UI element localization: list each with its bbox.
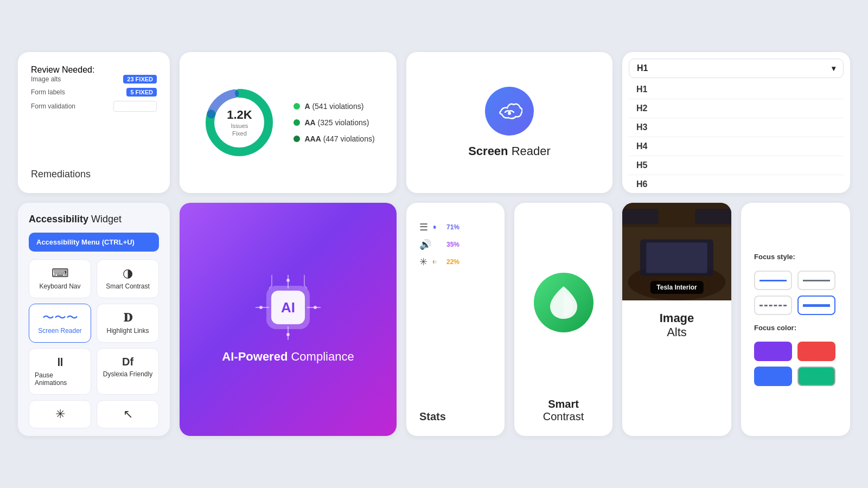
ai-outer-chip: AI <box>266 286 310 329</box>
dyslexia-icon: Df <box>122 356 133 367</box>
heading-h5[interactable]: H5 <box>629 156 844 175</box>
radial-icon: ✳ <box>55 408 65 420</box>
svg-rect-22 <box>622 209 659 224</box>
screen-reader-widget-icon: 〜〜〜 <box>42 312 78 324</box>
widget-title-bold: Accessibility <box>29 214 88 224</box>
remediation-item: Form validation <box>31 101 157 112</box>
heading-select[interactable]: H1 ▾ <box>629 59 844 78</box>
smart-contrast-label: Smart Contrast <box>527 398 599 423</box>
smart-contrast-circle <box>534 273 593 332</box>
violation-a: A (541 violations) <box>293 102 374 111</box>
focus-colors-row <box>754 342 837 386</box>
smart-contrast-label: Smart Contrast <box>106 282 150 290</box>
focus-style-solid[interactable] <box>754 271 792 290</box>
violation-aaa: AAA (447 violations) <box>293 134 374 143</box>
solid-line <box>760 280 787 281</box>
screen-reader-button[interactable]: 〜〜〜 Screen Reader <box>29 304 91 343</box>
issues-label: IssuesFixed <box>227 122 252 138</box>
accessibility-widget-card: Accessibility Widget Accessibility Menu … <box>18 203 170 436</box>
widget-extra-2[interactable]: ↖ <box>97 400 159 428</box>
svg-point-15 <box>314 306 317 309</box>
stat-pct-2: 35% <box>442 241 459 248</box>
widget-title-normal: Widget <box>91 214 122 224</box>
svg-rect-19 <box>646 242 707 273</box>
remediation-label-2: Form labels <box>31 88 65 96</box>
ai-label-bold: AI-Powered <box>222 350 288 363</box>
keyboard-nav-button[interactable]: ⌨ Keyboard Nav <box>29 259 91 298</box>
dot-a <box>293 103 300 110</box>
remediation-label-3: Form validation <box>31 102 75 110</box>
dyslexia-label: Dyslexia Friendly <box>103 370 152 378</box>
stat-pct-3: 22% <box>442 258 459 266</box>
image-tooltip: Tesla Interior <box>650 281 703 294</box>
violation-aaa-text: AAA (447 violations) <box>304 134 374 143</box>
remediation-item: Image alts 23 FIXED <box>31 75 157 84</box>
pause-animations-icon: ⏸ <box>54 356 66 368</box>
remediation-item: Form labels 5 FIXED <box>31 88 157 97</box>
accessibility-menu-bar[interactable]: Accessibility Menu (CTRL+U) <box>29 233 159 252</box>
svg-rect-23 <box>695 209 731 224</box>
menu-bar-label: Accessibility Menu (CTRL+U) <box>36 238 135 246</box>
focus-style-solid2[interactable] <box>797 271 835 290</box>
pause-animations-button[interactable]: ⏸ Pause Animations <box>29 348 91 395</box>
violations-list: A (541 violations) AA (325 violations) A… <box>293 102 374 143</box>
review-title: Review Needed: <box>31 65 94 75</box>
dyslexia-friendly-button[interactable]: Df Dyslexia Friendly <box>97 348 159 395</box>
smart-contrast-card: Smart Contrast <box>514 203 612 436</box>
stat-bar-wrap-1 <box>433 226 437 229</box>
focus-color-red[interactable] <box>797 342 835 361</box>
image-placeholder: Tesla Interior <box>622 203 731 300</box>
highlight-links-icon: 𝐃 <box>124 312 132 324</box>
heading-h3[interactable]: H3 <box>629 118 844 137</box>
stats-card: ☰ 71% 🔊 35% ✳ <box>406 203 505 436</box>
heading-h2[interactable]: H2 <box>629 99 844 118</box>
dot-aa <box>293 119 300 126</box>
image-focus-container: Tesla Interior Image Alts Focus style: <box>622 203 850 436</box>
widget-extra-1[interactable]: ✳ <box>29 400 91 428</box>
smart-contrast-bold: Smart <box>548 398 579 410</box>
stat-bar-wrap-3 <box>433 260 437 264</box>
dot-aaa <box>293 136 300 142</box>
svg-point-3 <box>508 112 511 115</box>
widget-title: Accessibility Widget <box>29 214 122 225</box>
heading-selected: H1 <box>637 63 648 73</box>
stat-icon-3: ✳ <box>419 256 427 268</box>
remediation-empty <box>113 101 157 112</box>
screen-reader-label: Screen Reader <box>468 144 551 158</box>
smart-contrast-icon: ◑ <box>123 267 133 279</box>
widget-grid: ⌨ Keyboard Nav ◑ Smart Contrast 〜〜〜 Scre… <box>29 259 159 428</box>
smart-contrast-button[interactable]: ◑ Smart Contrast <box>97 259 159 298</box>
focus-color-blue[interactable] <box>754 367 792 386</box>
cursor-icon: ↖ <box>123 408 133 420</box>
focus-color-green[interactable] <box>797 367 835 386</box>
image-alts-normal: Alts <box>667 325 687 339</box>
heading-h1[interactable]: H1 <box>629 80 844 99</box>
highlight-links-button[interactable]: 𝐃 Highlight Links <box>97 304 159 343</box>
image-alts-label: Image Alts <box>622 300 731 350</box>
focus-color-label: Focus color: <box>754 324 796 332</box>
remediations-title: Remediations <box>31 162 91 180</box>
stat-row-1: ☰ 71% <box>419 221 459 233</box>
thick-line <box>803 304 830 307</box>
heading-h6[interactable]: H6 <box>629 175 844 194</box>
image-alts-card: Tesla Interior Image Alts <box>622 203 731 436</box>
tooltip-text: Tesla Interior <box>656 284 697 291</box>
chevron-down-icon: ▾ <box>832 64 835 73</box>
donut-center: 1.2K IssuesFixed <box>227 108 252 138</box>
focus-color-purple[interactable] <box>754 342 792 361</box>
smart-contrast-normal: Contrast <box>543 410 584 422</box>
ai-compliance-card: AI AI-Powered Compliance <box>180 203 397 436</box>
solid2-line <box>803 280 830 281</box>
donut-chart: 1.2K IssuesFixed <box>201 85 277 160</box>
violation-aa: AA (325 violations) <box>293 118 374 127</box>
stat-row-3: ✳ 22% <box>419 256 459 268</box>
remediation-badge-1: 23 FIXED <box>123 75 157 84</box>
remediation-badge-2: 5 FIXED <box>126 88 157 97</box>
stats-title: Stats <box>419 405 446 423</box>
heading-h4[interactable]: H4 <box>629 137 844 156</box>
issues-count: 1.2K <box>227 108 252 122</box>
focus-style-dashed[interactable] <box>754 296 792 315</box>
focus-style-thick[interactable] <box>797 296 835 315</box>
highlight-links-label: Highlight Links <box>106 327 149 335</box>
stat-icon-1: ☰ <box>419 221 428 233</box>
